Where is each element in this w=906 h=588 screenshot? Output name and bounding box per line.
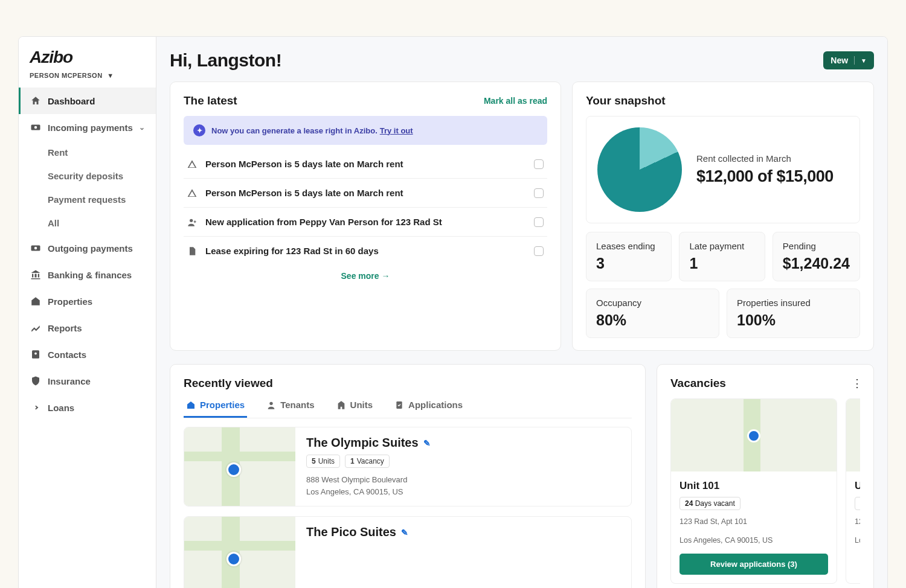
doc-icon [187, 246, 199, 256]
address-line-2: Los Angeles, CA 90015, US [306, 486, 620, 498]
nav-label: Reports [48, 323, 82, 333]
recent-tabs: Properties Tenants Units Applications [184, 394, 632, 418]
tab-properties[interactable]: Properties [184, 394, 247, 418]
divider [854, 56, 855, 65]
nav-label: Contacts [48, 350, 86, 360]
vacancies-scroller[interactable]: Unit 101 24 Days vacant 123 Rad St, Apt … [670, 398, 860, 584]
notification-checkbox[interactable] [534, 246, 544, 256]
chevron-down-icon: ⌄ [139, 123, 145, 132]
tab-label: Applications [408, 400, 463, 410]
edit-icon[interactable]: ✎ [423, 438, 431, 448]
map-pin-icon [747, 429, 760, 443]
card-label: Pending [783, 241, 850, 251]
pending-card[interactable]: Pending $1,240.24 [773, 232, 860, 281]
address-line-1: 123 Rad St, Apt 101 [680, 516, 828, 528]
nav-incoming-sub: Rent Security deposits Payment requests … [19, 141, 156, 235]
snapshot-title: Your snapshot [586, 94, 666, 107]
warn-icon [187, 188, 199, 198]
property-name: The Pico Suites [306, 525, 396, 539]
svg-point-6 [190, 219, 193, 222]
unit-name: Unit 101 [680, 480, 828, 492]
nav-banking[interactable]: Banking & finances [19, 261, 156, 288]
notification-row[interactable]: New application from Peppy Van Person fo… [184, 208, 547, 237]
edit-icon[interactable]: ✎ [401, 528, 408, 537]
see-more[interactable]: See more → [184, 265, 547, 283]
latest-title: The latest [184, 94, 237, 107]
snapshot-grid-2: Occupancy 80% Properties insured 100% [586, 289, 860, 338]
notification-checkbox[interactable] [534, 159, 544, 169]
banner-text: Now you can generate a lease right in Az… [211, 126, 378, 135]
rent-label: Rent collected in March [696, 153, 834, 164]
insured-card[interactable]: Properties insured 100% [727, 289, 860, 338]
address-line-1: 123 Rad St [855, 516, 860, 528]
nav-label: Outgoing payments [48, 243, 133, 254]
nav-reports[interactable]: Reports [19, 315, 156, 341]
review-applications-button[interactable]: Review applications (3) [680, 554, 828, 575]
property-card[interactable]: The Olympic Suites ✎ 5Units 1Vacancy 888… [184, 427, 632, 507]
occupancy-card[interactable]: Occupancy 80% [586, 289, 719, 338]
days-vacant-chip: 4 Days [855, 497, 860, 510]
notification-checkbox[interactable] [534, 188, 544, 198]
notification-text: Lease expiring for 123 Rad St in 60 days [205, 246, 379, 256]
nav-incoming-payments[interactable]: Incoming payments ⌄ [19, 114, 156, 141]
row-bottom: Recently viewed Properties Tenants Units [170, 364, 874, 588]
nav-payment-requests[interactable]: Payment requests [19, 188, 156, 211]
kebab-menu-icon[interactable]: ⋮ [852, 377, 863, 390]
nav-security-deposits[interactable]: Security deposits [19, 164, 156, 188]
snapshot-grid: Leases ending 3 Late payment 1 Pending $… [586, 232, 860, 281]
banner-cta[interactable]: Try it out [380, 126, 413, 135]
nav-outgoing-payments[interactable]: Outgoing payments [19, 235, 156, 261]
user-name: PERSON MCPERSON [30, 72, 103, 79]
tab-applications[interactable]: Applications [392, 394, 465, 418]
card-value: $1,240.24 [783, 255, 850, 272]
lease-banner[interactable]: ✦ Now you can generate a lease right in … [184, 116, 547, 145]
notification-row[interactable]: Person McPerson is 5 days late on March … [184, 150, 547, 179]
home-icon [30, 95, 42, 107]
svg-point-7 [270, 401, 273, 404]
nav-contacts[interactable]: Contacts [19, 341, 156, 368]
tab-units[interactable]: Units [334, 394, 376, 418]
tab-label: Properties [200, 400, 245, 410]
vacancy-card[interactable]: Unit 10 4 Days 123 Rad St Los Ange [846, 398, 860, 584]
sidebar: Azibo PERSON MCPERSON ▼ Dashboard Incomi… [19, 37, 156, 588]
tab-label: Tenants [280, 400, 314, 410]
notification-row[interactable]: Lease expiring for 123 Rad St in 60 days [184, 237, 547, 265]
tab-tenants[interactable]: Tenants [264, 394, 316, 418]
vacancy-card[interactable]: Unit 101 24 Days vacant 123 Rad St, Apt … [670, 398, 837, 584]
notification-row[interactable]: Person McPerson is 5 days late on March … [184, 179, 547, 208]
contact-icon [30, 348, 42, 360]
user-icon [187, 217, 199, 227]
nav-properties[interactable]: Properties [19, 288, 156, 315]
property-card[interactable]: The Pico Suites ✎ [184, 516, 632, 588]
card-label: Late payment [689, 241, 754, 251]
nav-dashboard[interactable]: Dashboard [19, 88, 156, 114]
leases-ending-card[interactable]: Leases ending 3 [586, 232, 672, 281]
recent-title: Recently viewed [184, 377, 632, 390]
map-pin-icon [226, 552, 241, 566]
cash-icon [30, 121, 42, 133]
house-icon [186, 400, 196, 410]
nav-insurance[interactable]: Insurance [19, 368, 156, 394]
rent-pie-chart [597, 127, 682, 212]
mark-all-read[interactable]: Mark all as read [484, 96, 547, 106]
map-pin-icon [226, 462, 241, 477]
map-thumbnail [184, 517, 295, 588]
new-button[interactable]: New ▼ [823, 51, 874, 69]
address-line-1: 888 West Olympic Boulevard [306, 474, 620, 486]
map-thumbnail [671, 399, 837, 471]
user-dropdown[interactable]: PERSON MCPERSON ▼ [19, 72, 156, 88]
vacancies-panel: Vacancies ⋮ Unit 101 24 Days vacant 123 … [657, 364, 874, 588]
loan-icon [30, 401, 42, 414]
card-value: 100% [737, 312, 850, 329]
building-icon [336, 400, 346, 410]
nav-loans[interactable]: Loans [19, 394, 156, 421]
row-top: The latest Mark all as read ✦ Now you ca… [170, 81, 874, 351]
caret-down-icon: ▼ [107, 72, 114, 79]
nav-all[interactable]: All [19, 211, 156, 235]
late-payment-card[interactable]: Late payment 1 [679, 232, 765, 281]
notification-checkbox[interactable] [534, 217, 544, 227]
nav-rent[interactable]: Rent [19, 141, 156, 164]
vacancies-title: Vacancies [670, 377, 860, 390]
map-thumbnail [184, 427, 295, 506]
card-label: Leases ending [596, 241, 661, 251]
